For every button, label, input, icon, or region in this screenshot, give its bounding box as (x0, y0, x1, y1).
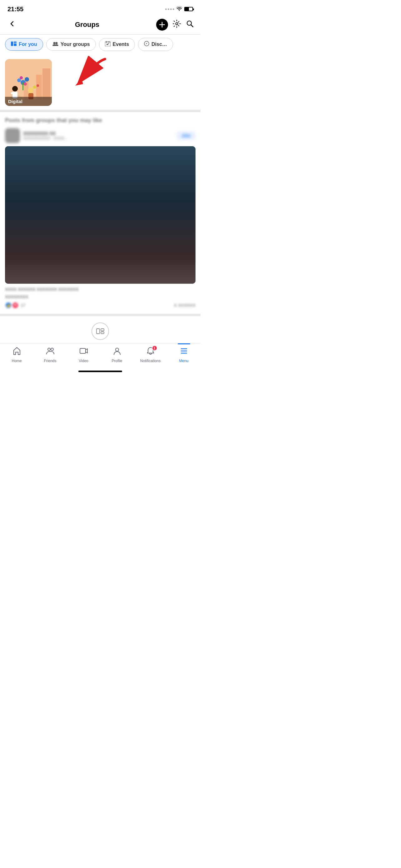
nav-notifications[interactable]: 1 Notifications (134, 346, 167, 363)
tab-events-label: Events (113, 41, 129, 47)
comment-count: X XXXXXX (174, 303, 196, 308)
svg-rect-4 (14, 43, 16, 45)
groups-logo-icon (95, 326, 105, 336)
tab-discover-icon (144, 41, 149, 48)
svg-point-31 (33, 86, 36, 89)
tab-events-icon (105, 41, 110, 48)
settings-icon[interactable] (172, 19, 181, 30)
svg-rect-36 (101, 332, 104, 334)
svg-point-32 (37, 84, 39, 87)
nav-home[interactable]: Home (0, 346, 33, 363)
group-card-digital[interactable]: Digital (5, 59, 52, 106)
tab-for-you[interactable]: For you (5, 38, 43, 51)
svg-rect-3 (14, 41, 16, 43)
svg-rect-11 (106, 41, 107, 43)
profile-icon (113, 346, 122, 358)
status-time: 21:55 (7, 6, 24, 13)
post-name: XXXXXXXX XX (23, 131, 173, 136)
nav-video[interactable]: Video (67, 346, 100, 363)
add-group-button[interactable] (156, 19, 168, 31)
back-button[interactable] (6, 19, 18, 30)
tab-events[interactable]: Events (99, 38, 135, 51)
svg-rect-2 (11, 41, 13, 46)
friends-icon (46, 346, 55, 358)
post-card: XXXXXXXX XX XXXXXXXXXX · XXXX… Join XXXX… (5, 128, 196, 309)
menu-icon (179, 346, 188, 358)
search-icon[interactable] (186, 19, 194, 30)
signal-icon (165, 8, 174, 10)
post-footer: XXXX XXXXXX XXXXXXX XXXXXXX XXXXXXXX 👍 ❤… (5, 284, 196, 309)
section-divider-1 (0, 110, 201, 112)
tab-for-you-label: For you (19, 41, 37, 47)
svg-rect-41 (181, 348, 187, 349)
header: Groups (0, 16, 201, 35)
post-info: XXXXXXXX XX XXXXXXXXXX · XXXX… (23, 131, 173, 141)
post-subtitle: XXXXXXXXXX · XXXX… (23, 136, 173, 141)
svg-rect-43 (181, 353, 187, 354)
notifications-icon: 1 (146, 346, 155, 358)
status-bar: 21:55 (0, 0, 201, 16)
content-area: Digital (0, 54, 201, 110)
tab-discover[interactable]: Disc… (138, 38, 173, 51)
post-caption-line1: XXXX XXXXXX XXXXXXX XXXXXXX (5, 287, 196, 292)
svg-point-37 (48, 348, 50, 350)
nav-menu-label: Menu (179, 359, 188, 363)
post-avatar (5, 128, 20, 143)
svg-point-40 (115, 348, 119, 351)
reaction-emojis: 👍 ❤ (5, 302, 19, 309)
svg-rect-16 (42, 68, 50, 100)
notification-badge-count: 1 (152, 345, 157, 351)
nav-video-label: Video (79, 359, 88, 363)
svg-rect-42 (181, 350, 187, 351)
video-icon (79, 346, 88, 358)
svg-rect-12 (109, 41, 109, 43)
svg-point-27 (25, 77, 29, 82)
tab-your-groups-label: Your groups (61, 41, 90, 47)
svg-point-0 (175, 23, 178, 25)
posts-section: Posts from groups that you may like XXXX… (0, 112, 201, 309)
reaction-count: 17 (21, 303, 26, 308)
page-title: Groups (75, 21, 99, 29)
join-button[interactable]: Join (176, 131, 196, 140)
reaction-heart: ❤ (12, 302, 19, 309)
nav-profile-label: Profile (111, 359, 122, 363)
svg-point-6 (53, 42, 55, 44)
svg-point-28 (20, 76, 23, 80)
svg-rect-35 (101, 329, 104, 331)
nav-friends[interactable]: Friends (33, 346, 67, 363)
svg-rect-39 (80, 348, 86, 353)
tab-discover-label: Disc… (152, 41, 167, 47)
svg-point-23 (28, 88, 33, 93)
svg-point-7 (55, 42, 58, 44)
header-actions (156, 19, 194, 31)
post-image-blur (5, 146, 196, 284)
posts-section-header: Posts from groups that you may like (5, 117, 196, 124)
bottom-navigation: Home Friends Video Prof (0, 343, 201, 369)
post-image (5, 146, 196, 284)
battery-icon (184, 7, 193, 11)
nav-profile[interactable]: Profile (100, 346, 134, 363)
status-icons (165, 6, 193, 12)
tab-for-you-icon (11, 41, 16, 48)
groups-logo-circle (92, 322, 109, 340)
post-caption-line2: XXXXXXXX (5, 294, 196, 299)
tab-your-groups[interactable]: Your groups (46, 38, 96, 51)
nav-menu[interactable]: Menu (167, 346, 201, 363)
svg-rect-15 (36, 75, 42, 100)
nav-home-label: Home (11, 359, 22, 363)
svg-point-38 (51, 348, 54, 350)
post-reactions: 👍 ❤ 17 X XXXXXX (5, 302, 196, 309)
tab-bar: For you Your groups Events (0, 35, 201, 54)
svg-point-20 (12, 86, 18, 92)
post-meta: XXXXXXXX XX XXXXXXXXXX · XXXX… Join (5, 128, 196, 146)
groups-scroll-row[interactable]: Digital (5, 59, 196, 110)
svg-point-29 (24, 83, 27, 86)
home-icon (12, 346, 21, 358)
svg-rect-5 (14, 45, 16, 46)
nav-friends-label: Friends (44, 359, 56, 363)
group-card-label: Digital (5, 97, 52, 106)
svg-rect-34 (97, 329, 100, 334)
section-divider-2 (0, 314, 201, 316)
svg-rect-30 (23, 83, 24, 90)
nav-notifications-label: Notifications (140, 359, 161, 363)
